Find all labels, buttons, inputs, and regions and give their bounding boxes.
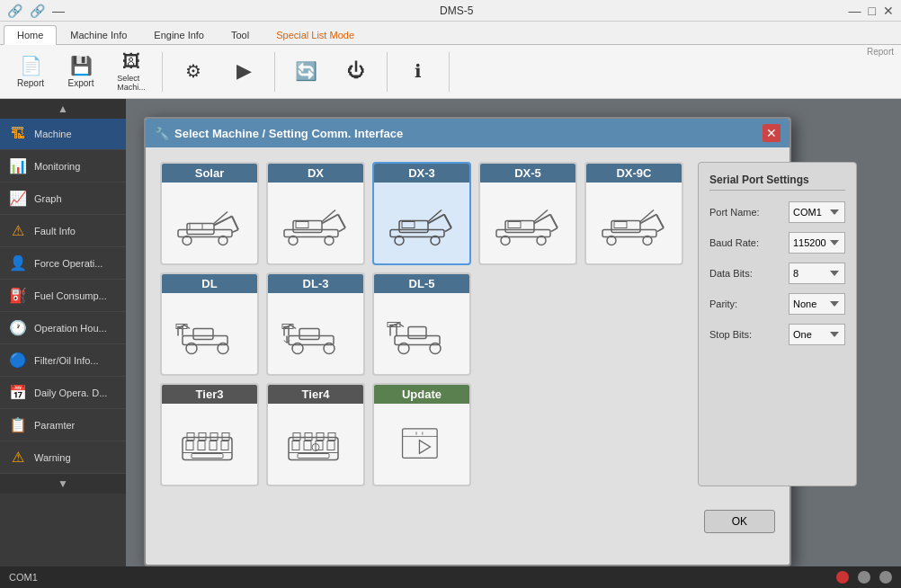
port-name-select[interactable]: COM1 COM2 COM3 COM4 — [789, 201, 845, 223]
report-button[interactable]: 📄 Report — [7, 49, 54, 95]
status-port: COM1 — [9, 572, 38, 583]
data-bits-row: Data Bits: 5 6 7 8 — [709, 263, 845, 284]
sidebar-item-parameter[interactable]: 📋 Paramter — [0, 409, 126, 441]
svg-rect-73 — [293, 433, 300, 441]
maximize-button[interactable]: □ — [869, 4, 876, 18]
sidebar-item-force-operation[interactable]: 👤 Force Operati... — [0, 247, 126, 280]
stop-bits-label: Stop Bits: — [709, 329, 781, 340]
report-icon: 📄 — [20, 55, 42, 76]
sidebar-item-daily-operation[interactable]: 📅 Daily Opera. D... — [0, 377, 126, 409]
serial-settings-title: Serial Port Settings — [709, 174, 845, 191]
svg-marker-86 — [419, 441, 430, 454]
sidebar-item-fault-info[interactable]: ⚠ Fault Info — [0, 215, 126, 247]
tab-home[interactable]: Home — [4, 25, 57, 45]
machine-update[interactable]: Update — [372, 383, 471, 486]
svg-rect-12 — [293, 221, 322, 233]
sidebar-item-machine[interactable]: 🏗 Machine — [0, 119, 126, 150]
svg-rect-59 — [408, 327, 426, 339]
status-indicator-1 — [836, 571, 849, 584]
machine-row-1: Solar — [160, 162, 683, 265]
link-icon-2[interactable]: 🔗 — [30, 4, 45, 18]
tab-engine-info[interactable]: Engine Info — [140, 25, 218, 44]
svg-rect-53 — [299, 329, 319, 340]
sidebar-collapse-bottom-button[interactable]: ▼ — [0, 474, 126, 494]
machine-row-2: DL — [160, 272, 683, 376]
stop-bits-select[interactable]: One Two 1.5 — [789, 324, 845, 345]
serial-port-settings: Serial Port Settings Port Name: COM1 COM… — [698, 162, 857, 486]
sidebar-item-warning[interactable]: ⚠ Warning — [0, 441, 126, 474]
solar-label: Solar — [162, 164, 257, 183]
data-bits-select[interactable]: 5 6 7 8 — [789, 263, 845, 284]
power-button[interactable]: ⏻ — [333, 49, 379, 95]
svg-rect-8 — [190, 224, 202, 230]
minimize-button[interactable]: — — [849, 4, 861, 18]
play-icon: ▶ — [236, 59, 252, 83]
dl5-image — [382, 293, 461, 374]
parity-select[interactable]: None Odd Even — [789, 293, 845, 315]
sidebar-item-graph[interactable]: 📈 Graph — [0, 183, 126, 215]
port-name-row: Port Name: COM1 COM2 COM3 COM4 — [709, 201, 845, 223]
export-button[interactable]: 💾 Export — [58, 49, 104, 95]
dl3-loader-svg — [280, 307, 352, 361]
svg-rect-63 — [199, 433, 206, 441]
baud-rate-select[interactable]: 9600 19200 38400 57600 115200 — [789, 232, 845, 254]
update-svg — [395, 417, 449, 471]
svg-rect-17 — [296, 222, 308, 228]
machine-dx[interactable]: DX — [266, 162, 365, 265]
tab-tool[interactable]: Tool — [218, 25, 263, 44]
svg-line-33 — [551, 228, 558, 232]
dash-icon[interactable]: — — [52, 4, 65, 18]
modal-close-button[interactable]: ✕ — [763, 124, 781, 142]
machine-tier3[interactable]: Tier3 — [160, 383, 259, 486]
svg-line-42 — [657, 228, 664, 232]
svg-rect-80 — [327, 441, 335, 450]
tier4-label: Tier4 — [268, 385, 363, 404]
machine-tier4[interactable]: Tier4 — [266, 383, 365, 486]
warning-icon: ⚠ — [9, 449, 27, 466]
refresh-icon: 🔄 — [295, 60, 317, 82]
modal-overlay: 🔧 Select Machine / Setting Comm. Interfa… — [126, 99, 901, 566]
dl5-loader-svg — [386, 307, 458, 361]
link-icon[interactable]: 🔗 — [7, 4, 22, 18]
sidebar-item-operation-hours[interactable]: 🕐 Operation Hou... — [0, 312, 126, 344]
select-machine-icon: 🖼 — [122, 51, 140, 72]
machine-dl3[interactable]: DL-3 — [266, 272, 365, 376]
tab-machine-info[interactable]: Machine Info — [57, 25, 140, 44]
svg-rect-48 — [193, 329, 213, 340]
dx9c-image — [594, 183, 674, 263]
svg-rect-82 — [298, 454, 329, 459]
sidebar-item-filter-oil[interactable]: 🔵 Filter/Oil Info... — [0, 344, 126, 377]
machine-dx3[interactable]: DX-3 — [372, 162, 471, 265]
machine-dl5[interactable]: DL-5 — [372, 272, 471, 376]
close-button[interactable]: ✕ — [883, 4, 894, 18]
svg-rect-21 — [399, 221, 428, 233]
machine-dx9c[interactable]: DX-9C — [584, 162, 683, 265]
modal-header: 🔧 Select Machine / Setting Comm. Interfa… — [146, 119, 789, 147]
baud-rate-label: Baud Rate: — [709, 237, 781, 248]
settings-button[interactable]: ⚙ — [170, 49, 217, 95]
warning-label: Warning — [34, 452, 71, 463]
monitoring-label: Monitoring — [34, 161, 80, 172]
machine-dl[interactable]: DL — [160, 272, 259, 376]
dl3-label: DL-3 — [268, 274, 363, 293]
sidebar-collapse-button[interactable]: ▲ — [0, 99, 126, 119]
sidebar-item-monitoring[interactable]: 📊 Monitoring — [0, 150, 126, 183]
force-op-icon: 👤 — [9, 254, 27, 272]
fuel-icon: ⛽ — [9, 287, 27, 304]
svg-rect-74 — [305, 433, 312, 441]
tier4-image — [276, 404, 355, 485]
dx3-excavator-svg — [386, 196, 458, 250]
sidebar-item-fuel-consumption[interactable]: ⛽ Fuel Consump... — [0, 280, 126, 312]
select-machine-button[interactable]: 🖼 SelectMachi... — [108, 49, 155, 95]
dl5-label: DL-5 — [374, 274, 469, 293]
machine-dx5[interactable]: DX-5 — [478, 162, 577, 265]
dx3-label: DX-3 — [374, 164, 469, 183]
play-button[interactable]: ▶ — [220, 49, 267, 95]
info-button[interactable]: ℹ — [395, 49, 442, 95]
machine-solar[interactable]: Solar — [160, 162, 259, 265]
svg-rect-69 — [221, 441, 228, 450]
tab-special-list-mode[interactable]: Special List Mode — [263, 25, 368, 44]
ok-button[interactable]: OK — [704, 510, 775, 533]
refresh-button[interactable]: 🔄 — [282, 49, 329, 95]
fault-label: Fault Info — [34, 226, 76, 236]
